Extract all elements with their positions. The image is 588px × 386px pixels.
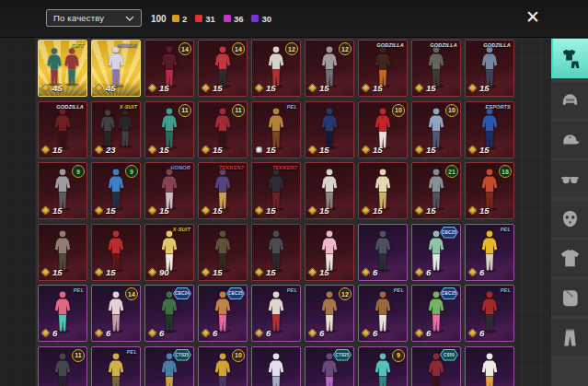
sidebar-item-jacket[interactable] [551,280,588,316]
series-logo: TEKKEN7 [272,165,297,170]
item-tile[interactable]: PEL15 [251,101,301,158]
sort-dropdown[interactable]: По качеству [46,9,142,27]
item-tile[interactable]: CBC246 [144,285,194,342]
sidebar-item-outfit-sets[interactable] [551,39,588,78]
sort-dropdown-label: По качеству [53,13,104,23]
event-badge-label: CTS25 [334,350,351,360]
quality-counter[interactable]: 2 [172,14,187,24]
character-figure [104,229,128,272]
character-figure [157,45,181,88]
sidebar-item-shirt[interactable] [551,240,588,276]
quality-counter[interactable]: 31 [195,14,215,24]
item-tile[interactable]: GODZILLA15 [411,40,461,97]
item-tile[interactable]: 1415 [144,40,194,97]
item-tile[interactable]: CS506 [411,346,461,386]
item-tile[interactable]: 1215 [305,40,354,97]
item-tile[interactable]: TEKKEN715 [251,162,301,219]
count-badge: 12 [285,42,298,55]
character-figure [371,168,395,210]
item-tile[interactable]: HONOR15 [144,162,194,219]
item-tile[interactable]: CBC256 [411,285,461,342]
item-tile[interactable]: 1415 [198,40,248,97]
item-tile[interactable]: PEL6 [465,224,514,281]
item-tile[interactable]: ESPORTS15 [465,101,514,158]
item-tile[interactable]: 1015 [411,101,461,158]
item-tile[interactable]: 15 [38,224,87,281]
item-tile[interactable]: PEL6 [91,346,141,386]
item-tile[interactable]: HONOR45 [91,40,141,97]
item-tile[interactable]: 15 [305,162,354,219]
price-value: 15 [266,205,276,216]
item-tile[interactable]: PEL6 [251,285,301,342]
item-tile[interactable]: PEL6 [38,285,87,342]
top-bar: По качеству 100 2313630 ✕ [0,0,588,38]
currency-icon [308,206,317,216]
item-tile[interactable]: X-SUIT23 [91,101,141,158]
item-tile[interactable]: 1115 [198,101,248,158]
series-logo: PEL [127,349,137,355]
price-tag: 6 [42,328,57,338]
price-tag: 15 [363,83,383,93]
item-tile[interactable]: 15 [305,101,354,158]
price-value: 15 [106,267,116,277]
price-tag: 45 [96,83,116,93]
quality-counter[interactable]: 30 [251,14,271,24]
currency-icon [95,145,104,154]
item-tile[interactable]: 6 [358,224,408,281]
price-value: 6 [213,328,217,338]
item-tile[interactable]: CTS256 [305,346,354,386]
count-badge: 11 [179,104,191,117]
item-tile[interactable]: 6 [465,346,514,386]
series-logo: HONOR [118,42,137,48]
item-tile[interactable]: 126 [305,285,354,342]
currency-icon [255,267,264,276]
sidebar-item-glasses[interactable] [551,161,588,197]
item-tile[interactable]: 106 [198,346,248,386]
item-tile[interactable]: 15 [91,224,141,281]
item-tile[interactable]: 1015 [358,101,408,158]
item-tile[interactable]: 1115 [144,101,194,158]
item-tile[interactable]: 15 [198,224,248,281]
price-value: 15 [213,145,223,155]
item-tile[interactable]: 6 [251,346,301,386]
item-tile[interactable]: GODZILLA15 [358,40,408,97]
item-tile[interactable]: 15 [358,162,408,219]
item-tile[interactable]: 15 [305,224,354,281]
item-tile[interactable]: 2115 [411,162,461,219]
item-tile[interactable]: 1215 [251,40,301,97]
item-tile[interactable]: CBC256 [411,224,461,281]
currency-icon [256,146,262,153]
character-figure [478,352,502,386]
sidebar-item-hat[interactable] [551,122,588,158]
item-tile[interactable]: CTS256 [144,346,194,386]
close-button[interactable]: ✕ [521,6,545,29]
item-tile[interactable]: GIFT45 [38,40,87,97]
currency-icon [95,206,104,216]
item-tile[interactable]: 146 [91,285,141,342]
price-tag: 15 [202,83,223,93]
quality-counter[interactable]: 36 [224,14,244,24]
sidebar-item-mask[interactable] [551,201,588,237]
sidebar-item-helmet[interactable] [551,82,588,118]
item-tile[interactable]: GODZILLA15 [465,40,514,97]
item-tile[interactable]: 915 [91,162,141,219]
item-tile[interactable]: 915 [38,162,87,219]
item-tile[interactable]: GODZILLA15 [38,101,87,158]
item-tile[interactable]: X-SUIT90 [144,224,194,281]
item-tile[interactable]: 15 [251,224,301,281]
item-tile[interactable]: 116 [38,346,87,386]
price-tag: 15 [256,145,276,155]
character-figure [478,229,502,272]
price-tag: 15 [202,205,223,216]
character-figure [371,45,395,88]
item-tile[interactable]: TEKKEN715 [198,162,248,219]
item-tile[interactable]: PEL6 [465,285,514,342]
item-tile[interactable]: PEL6 [358,285,408,342]
currency-icon [255,206,264,216]
character-figure [104,45,128,88]
item-tile[interactable]: CBC256 [198,285,248,342]
item-tile[interactable]: 1815 [465,162,514,219]
right-gutter [514,37,551,386]
sidebar-item-pants[interactable] [551,320,588,356]
item-tile[interactable]: 96 [358,346,408,386]
